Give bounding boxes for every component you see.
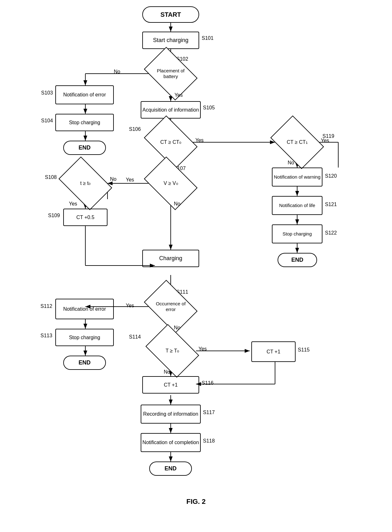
end4-shape: END (278, 253, 317, 267)
s112-shape: Notification of error (55, 299, 114, 319)
s108-yes-label: Yes (69, 201, 77, 207)
s107-yes-label: Yes (126, 177, 134, 183)
s109-step: S109 (48, 213, 60, 218)
s116-step: S116 (202, 380, 213, 386)
s122-step: S122 (325, 230, 337, 236)
s111-yes-label: Yes (126, 303, 134, 309)
s106-step: S106 (129, 126, 141, 132)
s102-diamond-wrapper: Placement of battery (149, 58, 193, 89)
s106-diamond-text: CT ≥ CT₀ (150, 139, 191, 145)
flowchart-diagram: START Start charging S101 S102 Placement… (0, 0, 392, 512)
s108-diamond-text: t ≥ t₀ (65, 180, 106, 186)
s112-label: Notification of error (63, 306, 106, 312)
s121-step: S121 (325, 202, 337, 207)
s112-step: S112 (40, 303, 52, 309)
s120-step: S120 (325, 173, 337, 179)
s111-label: Occurrence of error (150, 301, 191, 312)
s105-label: Acquisition of information (143, 107, 199, 113)
s122-label: Stop charging (283, 231, 312, 237)
s119-no-label: No (288, 160, 294, 166)
s122-shape: Stop charging (272, 224, 322, 243)
s101-shape: Start charging (142, 32, 199, 49)
s119-diamond-text: CT ≥ CT₁ (277, 139, 318, 145)
s109-shape: CT +0.5 (63, 209, 107, 226)
s115-shape: CT +1 (251, 341, 296, 362)
s115-step: S115 (298, 347, 309, 353)
s103-shape: Notification of error (55, 85, 114, 104)
s108-diamond-wrapper: t ≥ t₀ (63, 168, 107, 199)
end4-label: END (291, 257, 303, 264)
end1-shape: END (63, 141, 106, 155)
s106-diamond-wrapper: CT ≥ CT₀ (149, 126, 193, 158)
s110-label: Charging (159, 255, 182, 262)
s105-shape: Acquisition of information (141, 101, 201, 119)
s106-yes-label: Yes (195, 138, 204, 143)
figure-label: FIG. 2 (186, 498, 205, 506)
s102-yes-label: Yes (175, 92, 183, 98)
s114-yes-label: Yes (199, 346, 207, 352)
s101-step: S101 (202, 35, 213, 41)
s119-label: CT ≥ CT₁ (287, 139, 308, 145)
s113-shape: Stop charging (55, 329, 114, 346)
s114-diamond-text: T ≥ T₀ (152, 348, 193, 354)
start-shape: START (142, 6, 199, 23)
s107-no-label: No (174, 201, 180, 207)
s119-diamond-wrapper: CT ≥ CT₁ (275, 126, 319, 158)
s104-label: Stop charging (69, 119, 100, 125)
end2-label: END (78, 359, 90, 366)
s118-label: Notification of completion (143, 439, 199, 445)
s120-label: Notification of warning (274, 174, 321, 180)
s105-step: S105 (203, 105, 215, 111)
s119-yes-label: Yes (321, 138, 329, 144)
s116-shape: CT +1 (142, 376, 199, 394)
s108-step: S108 (45, 174, 57, 180)
s114-diamond-wrapper: T ≥ T₀ (149, 335, 196, 367)
end1-label: END (78, 144, 90, 151)
s118-step: S118 (203, 438, 215, 444)
s101-label: Start charging (153, 37, 188, 44)
s121-shape: Notification of life (272, 196, 322, 215)
s102-label: Placement of battery (150, 68, 191, 79)
s114-no-label: No (164, 369, 170, 375)
s113-step: S113 (40, 333, 52, 339)
s117-shape: Recording of information (141, 405, 201, 424)
s107-label: V ≥ V₀ (163, 180, 178, 186)
s118-shape: Notification of completion (141, 433, 201, 452)
s115-label: CT +1 (266, 349, 280, 355)
s109-label: CT +0.5 (76, 214, 94, 220)
s102-no-label: No (114, 69, 120, 75)
s103-step: S103 (41, 90, 53, 96)
s114-label: T ≥ T₀ (166, 348, 179, 354)
s113-label: Stop charging (69, 334, 100, 340)
start-label: START (160, 11, 181, 18)
s106-label: CT ≥ CT₀ (160, 139, 181, 145)
s103-label: Notification of error (63, 92, 106, 98)
s104-shape: Stop charging (55, 114, 114, 131)
s114-step: S114 (129, 334, 141, 340)
s120-shape: Notification of warning (272, 168, 322, 187)
s107-diamond-wrapper: V ≥ V₀ (149, 168, 193, 199)
end3-shape: END (149, 462, 192, 476)
s107-diamond-text: V ≥ V₀ (150, 180, 191, 186)
s108-no-label: No (110, 176, 116, 182)
s110-shape: Charging (142, 250, 199, 267)
s111-no-label: No (174, 325, 180, 331)
s104-step: S104 (41, 118, 53, 124)
s102-diamond-text: Placement of battery (150, 68, 191, 79)
end3-label: END (164, 465, 176, 472)
s117-label: Recording of information (143, 411, 198, 417)
s116-label: CT +1 (164, 382, 178, 388)
s117-step: S117 (203, 410, 215, 415)
s111-diamond-text: Occurrence of error (150, 301, 191, 312)
s111-diamond-wrapper: Occurrence of error (149, 291, 193, 322)
s121-label: Notification of life (279, 203, 315, 208)
end2-shape: END (63, 356, 106, 370)
s108-label: t ≥ t₀ (80, 180, 91, 186)
